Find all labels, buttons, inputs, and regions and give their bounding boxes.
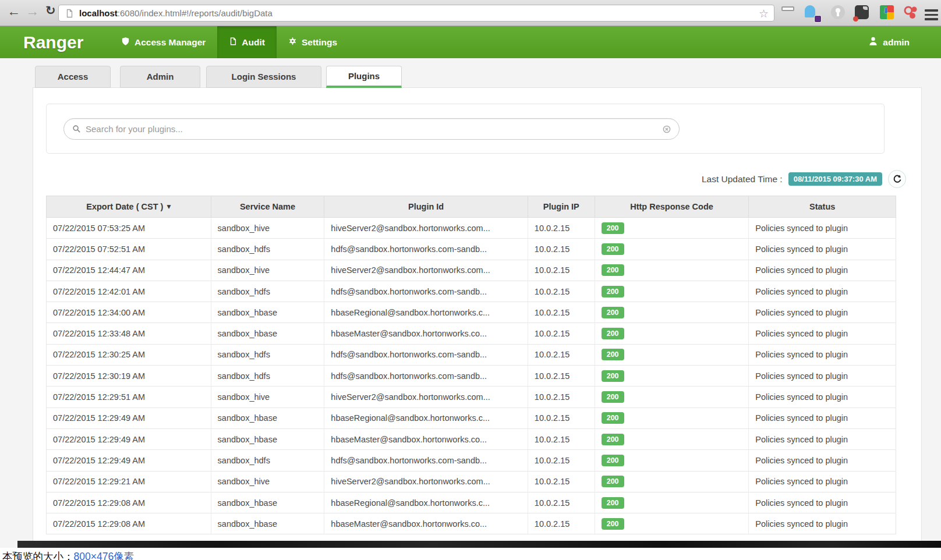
user-menu[interactable]: admin [868, 26, 910, 58]
table-row: 07/22/2015 12:29:08 AMsandbox_hbasehbase… [46, 513, 896, 534]
plugin-id-cell: hbaseMaster@sandbox.hortonworks.co... [324, 513, 528, 534]
refresh-button[interactable] [888, 170, 906, 188]
service-name-cell: sandbox_hbase [211, 323, 324, 343]
url-text[interactable]: localhost:6080/index.html#!/reports/audi… [79, 8, 759, 18]
tab-plugins[interactable]: Plugins [326, 66, 402, 88]
plugin-ip-cell: 10.0.2.15 [528, 366, 595, 386]
tab-admin[interactable]: Admin [120, 66, 200, 88]
nav-access-manager[interactable]: Access Manager [109, 26, 217, 58]
sort-caret-icon: ▼ [167, 204, 171, 210]
plugin-ip-cell: 10.0.2.15 [528, 387, 595, 407]
plugins-table: Export Date ( CST )▼Service NamePlugin I… [46, 196, 896, 534]
http-code-badge: 200 [602, 286, 624, 297]
http-code-cell: 200 [595, 387, 749, 407]
plugin-id-cell: hiveServer2@sandbox.hortonworks.com... [324, 472, 528, 492]
plugin-id-cell: hdfs@sandbox.hortonworks.com-sandb... [324, 281, 528, 302]
nav-audit[interactable]: Audit [217, 26, 277, 58]
plugin-id-cell: hbaseRegional@sandbox.hortonworks.c... [324, 408, 528, 428]
share-extension-icon[interactable] [903, 5, 918, 20]
plugin-id-cell: hdfs@sandbox.hortonworks.com-sandb... [324, 366, 528, 386]
username-label: admin [883, 37, 910, 48]
plugin-id-cell: hiveServer2@sandbox.hortonworks.com... [324, 387, 528, 407]
table-row: 07/22/2015 12:29:08 AMsandbox_hbasehbase… [46, 492, 896, 513]
clear-search-icon[interactable] [663, 125, 671, 133]
preview-size-link[interactable]: 800×476像素 [74, 551, 135, 560]
status-cell: Policies synced to plugin [748, 513, 896, 534]
browser-menu-icon[interactable] [925, 7, 940, 22]
http-code-badge: 200 [602, 370, 624, 382]
document-icon [229, 37, 237, 48]
export-date-cell: 07/22/2015 07:52:51 AM [47, 239, 211, 259]
plugin-ip-cell: 10.0.2.15 [528, 408, 595, 428]
table-row: 07/22/2015 12:29:49 AMsandbox_hdfshdfs@s… [46, 450, 896, 471]
tab-login-sessions[interactable]: Login Sessions [206, 66, 321, 88]
status-cell: Policies synced to plugin [748, 260, 896, 281]
table-row: 07/22/2015 12:29:49 AMsandbox_hbasehbase… [46, 408, 896, 429]
status-cell: Policies synced to plugin [748, 429, 896, 449]
http-code-cell: 200 [595, 260, 749, 281]
forward-icon[interactable]: → [26, 3, 39, 19]
http-code-cell: 200 [595, 450, 749, 470]
export-date-cell: 07/22/2015 12:34:00 AM [47, 302, 211, 322]
plugin-id-cell: hbaseRegional@sandbox.hortonworks.c... [324, 302, 528, 322]
status-cell: Policies synced to plugin [748, 387, 896, 407]
status-cell: Policies synced to plugin [748, 323, 896, 343]
plugin-id-cell: hbaseMaster@sandbox.hortonworks.co... [324, 429, 528, 449]
lightbulb-extension-icon[interactable] [831, 5, 846, 20]
column-header-export-date[interactable]: Export Date ( CST )▼ [47, 196, 211, 217]
http-code-cell: 200 [595, 366, 749, 386]
browser-chrome: ← → ↻ localhost:6080/index.html#!/report… [0, 0, 941, 26]
ranger-logo[interactable]: Ranger [23, 26, 83, 58]
table-row: 07/22/2015 12:29:51 AMsandbox_hivehiveSe… [46, 387, 896, 407]
http-code-badge: 200 [602, 391, 624, 403]
status-cell: Policies synced to plugin [748, 492, 896, 513]
search-icon [72, 125, 81, 133]
http-code-badge: 200 [602, 349, 624, 360]
search-placeholder: Search for your plugins... [86, 124, 663, 134]
http-code-badge: 200 [602, 518, 624, 530]
http-code-cell: 200 [595, 302, 749, 322]
plugin-ip-cell: 10.0.2.15 [528, 450, 595, 470]
http-code-badge: 200 [602, 434, 624, 445]
tab-access[interactable]: Access [35, 66, 111, 88]
nav-label: Audit [242, 37, 265, 48]
http-code-badge: 200 [602, 328, 624, 339]
http-code-cell: 200 [595, 429, 749, 449]
pin-extension-icon[interactable] [780, 5, 795, 20]
http-code-cell: 200 [595, 239, 749, 259]
nav-settings[interactable]: Settings [277, 26, 349, 58]
service-name-cell: sandbox_hbase [211, 492, 324, 513]
status-cell: Policies synced to plugin [748, 408, 896, 428]
back-icon[interactable]: ← [7, 3, 20, 19]
search-input[interactable]: Search for your plugins... [63, 118, 680, 140]
export-date-cell: 07/22/2015 12:33:48 AM [47, 323, 211, 343]
reload-icon[interactable]: ↻ [45, 3, 56, 17]
status-cell: Policies synced to plugin [748, 366, 896, 386]
table-row: 07/22/2015 12:42:01 AMsandbox_hdfshdfs@s… [46, 281, 896, 302]
column-header-service-name: Service Name [211, 196, 324, 217]
http-code-badge: 200 [602, 412, 624, 424]
table-row: 07/22/2015 07:53:25 AMsandbox_hivehiveSe… [46, 218, 896, 239]
http-code-badge: 200 [602, 497, 624, 509]
service-name-cell: sandbox_hbase [211, 429, 324, 449]
status-cell: Policies synced to plugin [748, 239, 896, 259]
bookmark-star-icon[interactable]: ☆ [759, 7, 769, 20]
plugins-table-body: 07/22/2015 07:53:25 AMsandbox_hivehiveSe… [46, 218, 896, 534]
http-code-badge: 200 [602, 243, 624, 255]
http-code-cell: 200 [595, 472, 749, 492]
plugin-id-cell: hiveServer2@sandbox.hortonworks.com... [324, 218, 528, 238]
service-name-cell: sandbox_hbase [211, 513, 324, 534]
photos-extension-icon[interactable] [880, 5, 895, 20]
http-code-badge: 200 [602, 307, 624, 318]
address-bar[interactable]: localhost:6080/index.html#!/reports/audi… [58, 5, 774, 22]
ghost-extension-icon[interactable] [804, 5, 819, 20]
column-header-plugin-id: Plugin Id [324, 196, 528, 217]
plugins-table-header: Export Date ( CST )▼Service NamePlugin I… [46, 196, 896, 218]
plugin-ip-cell: 10.0.2.15 [528, 260, 595, 281]
status-cell: Policies synced to plugin [748, 450, 896, 470]
footer-strip: 本预览的大小：800×476像素 [0, 548, 941, 560]
http-code-cell: 200 [595, 345, 749, 365]
status-cell: Policies synced to plugin [748, 218, 896, 238]
plugin-ip-cell: 10.0.2.15 [528, 429, 595, 449]
evernote-extension-icon[interactable] [855, 5, 870, 20]
